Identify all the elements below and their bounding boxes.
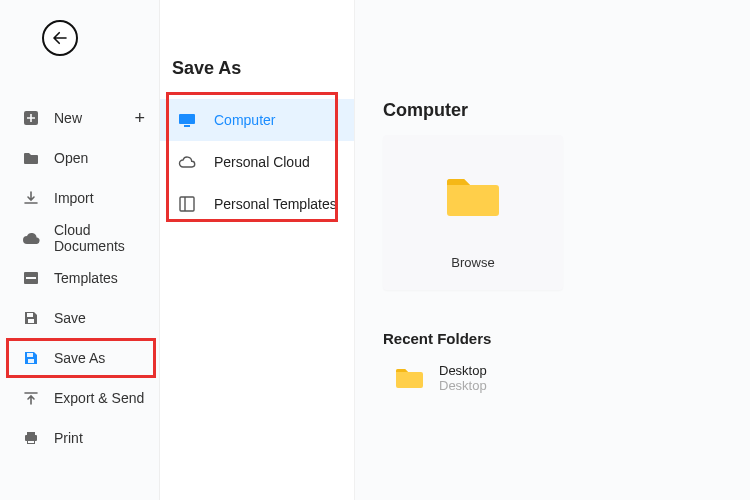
save-as-icon (22, 349, 40, 367)
menu-label: Open (54, 150, 88, 166)
svg-rect-8 (27, 432, 35, 436)
content-title: Computer (383, 100, 728, 121)
export-icon (22, 389, 40, 407)
folder-icon (22, 149, 40, 167)
panel-title: Save As (160, 0, 354, 99)
recent-folder-path: Desktop (439, 378, 487, 393)
location-label: Personal Cloud (214, 154, 310, 170)
svg-rect-13 (180, 197, 194, 211)
folder-icon (445, 174, 501, 218)
svg-rect-4 (28, 319, 34, 323)
location-computer[interactable]: Computer (160, 99, 354, 141)
location-personal-templates[interactable]: Personal Templates (160, 183, 354, 225)
menu-label: Export & Send (54, 390, 144, 406)
location-panel: Save As Computer Personal Cloud Personal… (160, 0, 355, 500)
menu-new[interactable]: New + (0, 98, 159, 138)
svg-rect-2 (26, 277, 36, 279)
sidebar: New + Open Import Cloud Documents Templa… (0, 0, 160, 500)
cloud-icon (22, 229, 40, 247)
menu-save[interactable]: Save (0, 298, 159, 338)
plus-icon[interactable]: + (134, 108, 145, 129)
layout-icon (178, 195, 196, 213)
browse-button[interactable]: Browse (383, 135, 563, 290)
menu-templates[interactable]: Templates (0, 258, 159, 298)
browse-label: Browse (451, 246, 494, 270)
menu-save-as[interactable]: Save As (0, 338, 159, 378)
menu-cloud-documents[interactable]: Cloud Documents (0, 218, 159, 258)
arrow-left-icon (51, 29, 69, 47)
menu-open[interactable]: Open (0, 138, 159, 178)
location-label: Personal Templates (214, 196, 337, 212)
menu-label: Templates (54, 270, 118, 286)
templates-icon (22, 269, 40, 287)
menu-label: Import (54, 190, 94, 206)
menu-label: Save As (54, 350, 105, 366)
recent-folder-item[interactable]: Desktop Desktop (383, 363, 728, 393)
menu-label: Print (54, 430, 83, 446)
recent-folders-heading: Recent Folders (383, 330, 728, 347)
main-content: Computer Browse Recent Folders Desktop D… (355, 0, 750, 500)
menu-label: Cloud Documents (54, 222, 145, 254)
location-personal-cloud[interactable]: Personal Cloud (160, 141, 354, 183)
cloud-outline-icon (178, 153, 196, 171)
location-label: Computer (214, 112, 275, 128)
print-icon (22, 429, 40, 447)
svg-rect-3 (27, 313, 33, 317)
folder-icon (395, 367, 423, 389)
monitor-icon (178, 111, 196, 129)
svg-rect-5 (27, 353, 33, 357)
svg-rect-12 (184, 125, 190, 127)
svg-rect-10 (28, 441, 34, 443)
menu-export-send[interactable]: Export & Send (0, 378, 159, 418)
import-icon (22, 189, 40, 207)
svg-rect-11 (179, 114, 195, 124)
menu-print[interactable]: Print (0, 418, 159, 458)
menu-label: Save (54, 310, 86, 326)
back-button[interactable] (42, 20, 78, 56)
save-icon (22, 309, 40, 327)
menu-label: New (54, 110, 82, 126)
recent-folder-name: Desktop (439, 363, 487, 378)
menu-import[interactable]: Import (0, 178, 159, 218)
plus-square-icon (22, 109, 40, 127)
file-menu: New + Open Import Cloud Documents Templa… (0, 98, 159, 458)
svg-rect-6 (28, 359, 34, 363)
